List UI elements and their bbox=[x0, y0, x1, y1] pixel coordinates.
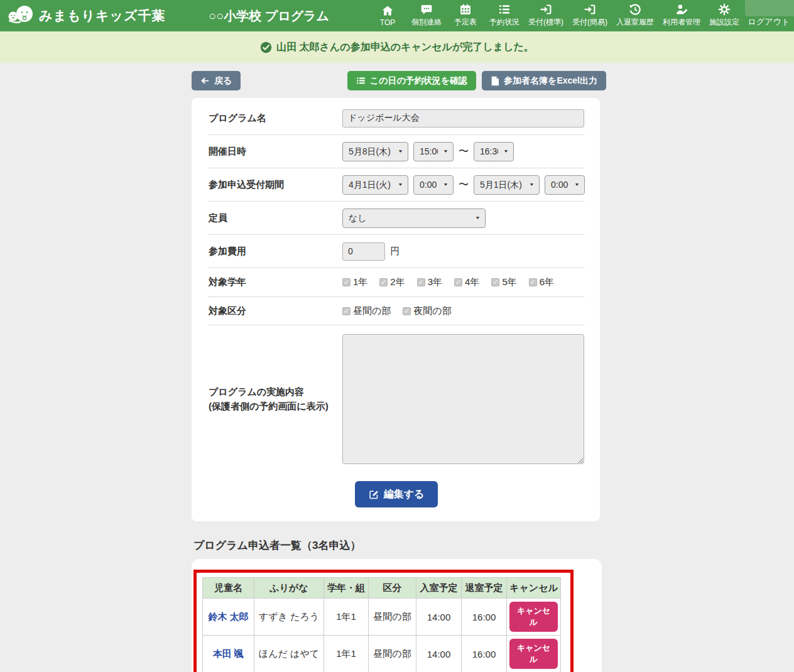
fee-input[interactable] bbox=[342, 242, 385, 261]
arrow-left-icon bbox=[200, 76, 210, 85]
schedule-label: 開催日時 bbox=[209, 144, 342, 159]
description-textarea[interactable] bbox=[342, 334, 584, 464]
back-button[interactable]: 戻る bbox=[192, 71, 241, 90]
nav-item-schedule[interactable]: 予定表 bbox=[446, 1, 485, 30]
grade-option-2: 2年 bbox=[379, 276, 405, 288]
nav-label: 受付(標準) bbox=[528, 17, 563, 28]
form-row-schedule: 開催日時 5月8日(木) 15:00 〜 16:30 bbox=[209, 135, 584, 168]
nav-label: 入退室履歴 bbox=[616, 17, 654, 28]
nav-item-reservation-status[interactable]: 予約状況 bbox=[485, 1, 524, 30]
nav-item-reception-standard[interactable]: 受付(標準) bbox=[524, 1, 568, 30]
form-row-fee: 参加費用 円 bbox=[209, 235, 584, 268]
toolbar-right-group: この日の予約状況を確認 参加者名簿をExcel出力 bbox=[347, 71, 606, 90]
edit-button[interactable]: 編集する bbox=[355, 481, 438, 507]
page-title: ○○小学校 プログラム bbox=[209, 8, 329, 24]
grade-option-label: 6年 bbox=[540, 276, 554, 288]
edit-pencil-icon bbox=[369, 489, 379, 500]
grade-option-label: 2年 bbox=[390, 276, 405, 288]
child-name-link[interactable]: 鈴木 太郎 bbox=[208, 611, 248, 622]
nav-item-reception-simple[interactable]: 受付(簡易) bbox=[568, 1, 612, 30]
nav-label: 個別連絡 bbox=[411, 17, 442, 28]
category-cell: 昼間の部 bbox=[369, 636, 416, 672]
category-option-night: 夜間の部 bbox=[403, 305, 451, 317]
grade-option-3: 3年 bbox=[417, 276, 442, 288]
brand-logo[interactable]: みまもりキッズ千葉 bbox=[0, 4, 201, 28]
period-start-time-select[interactable]: 0:00 bbox=[413, 175, 454, 195]
capacity-select[interactable]: なし bbox=[342, 209, 486, 228]
comment-icon bbox=[420, 3, 433, 16]
furigana-cell: すずき たろう bbox=[254, 599, 324, 636]
category-cell: 昼間の部 bbox=[369, 599, 416, 636]
program-name-input[interactable] bbox=[342, 109, 584, 127]
checkbox-checked-icon[interactable] bbox=[529, 278, 537, 286]
brand-name: みまもりキッズ千葉 bbox=[39, 7, 165, 24]
grade-option-6: 6年 bbox=[529, 276, 554, 288]
period-end-time-select[interactable]: 0:00 bbox=[545, 175, 585, 195]
cancel-button[interactable]: キャンセル bbox=[509, 639, 558, 669]
grade-option-label: 4年 bbox=[465, 276, 479, 288]
grade-option-label: 1年 bbox=[353, 276, 367, 288]
back-button-label: 戻る bbox=[214, 75, 232, 87]
table-row: 鈴木 太郎 すずき たろう 1年1 昼間の部 14:00 16:00 キャンセル bbox=[203, 599, 561, 636]
red-highlight-box: 児童名 ふりがな 学年・組 区分 入室予定 退室予定 キャンセル 鈴木 太郎 す… bbox=[193, 570, 574, 672]
grade-option-label: 3年 bbox=[428, 276, 442, 288]
cancel-button[interactable]: キャンセル bbox=[509, 602, 558, 632]
table-row: 本田 颯 ほんだ はやて 1年1 昼間の部 14:00 16:00 キャンセル bbox=[203, 636, 561, 672]
nav-item-individual-contact[interactable]: 個別連絡 bbox=[407, 1, 446, 30]
description-label: プログラムの実施内容 (保護者側の予約画面に表示) bbox=[209, 385, 342, 413]
excel-export-label: 参加者名簿をExcel出力 bbox=[504, 75, 597, 87]
checkbox-checked-icon[interactable] bbox=[417, 278, 425, 286]
list-icon bbox=[356, 76, 366, 85]
schedule-end-time-select[interactable]: 16:30 bbox=[474, 142, 514, 161]
excel-export-button[interactable]: 参加者名簿をExcel出力 bbox=[482, 71, 606, 90]
exit-time-cell: 16:00 bbox=[462, 636, 507, 672]
period-end-date-select[interactable]: 5月1日(木) bbox=[474, 175, 540, 195]
col-header-child-name: 児童名 bbox=[203, 578, 254, 599]
application-period-label: 参加申込受付期間 bbox=[209, 178, 342, 192]
file-icon bbox=[491, 76, 499, 86]
checkbox-checked-icon[interactable] bbox=[342, 307, 351, 315]
nav-item-user-management[interactable]: 利用者管理 bbox=[658, 1, 705, 30]
nav-item-top[interactable]: TOP bbox=[368, 3, 407, 30]
exit-time-cell: 16:00 bbox=[462, 599, 507, 636]
nav-item-facility-settings[interactable]: 施設設定 bbox=[705, 1, 744, 30]
nav-label: 予定表 bbox=[454, 17, 477, 28]
checkbox-checked-icon[interactable] bbox=[454, 278, 462, 286]
checkbox-checked-icon[interactable] bbox=[379, 278, 388, 286]
furigana-cell: ほんだ はやて bbox=[254, 636, 324, 672]
form-row-target-grades: 対象学年 1年 2年 3年 4年 5年 6年 bbox=[209, 268, 584, 297]
program-detail-card: プログラム名 開催日時 5月8日(木) 15:00 〜 16:30 参加申込受付… bbox=[192, 98, 600, 521]
mascot-icon bbox=[6, 4, 35, 28]
table-header-row: 児童名 ふりがな 学年・組 区分 入室予定 退室予定 キャンセル bbox=[203, 578, 561, 599]
category-option-day: 昼間の部 bbox=[342, 305, 391, 317]
category-option-label: 昼間の部 bbox=[353, 305, 391, 317]
form-row-program-name: プログラム名 bbox=[209, 102, 584, 135]
checkbox-checked-icon[interactable] bbox=[403, 307, 411, 315]
schedule-date-select[interactable]: 5月8日(木) bbox=[342, 142, 408, 161]
check-circle-icon bbox=[260, 41, 272, 53]
calendar-icon bbox=[459, 3, 472, 16]
form-row-capacity: 定員 なし bbox=[209, 202, 584, 235]
grade-option-1: 1年 bbox=[342, 276, 367, 288]
target-grades-label: 対象学年 bbox=[209, 275, 342, 290]
col-header-entry: 入室予定 bbox=[416, 578, 462, 599]
logout-button[interactable]: ログアウト bbox=[744, 0, 794, 31]
schedule-start-time-select[interactable]: 15:00 bbox=[413, 142, 454, 161]
nav-item-entry-exit-history[interactable]: 入退室履歴 bbox=[612, 1, 658, 30]
main-nav: TOP 個別連絡 予定表 予約状況 bbox=[368, 1, 744, 30]
checkbox-checked-icon[interactable] bbox=[491, 278, 499, 286]
col-header-furigana: ふりがな bbox=[254, 578, 324, 599]
child-name-link[interactable]: 本田 颯 bbox=[213, 648, 244, 659]
history-icon bbox=[628, 3, 642, 16]
grade-option-5: 5年 bbox=[491, 276, 516, 288]
period-start-date-select[interactable]: 4月1日(火) bbox=[342, 175, 408, 195]
applicants-heading: プログラム申込者一覧（3名申込） bbox=[193, 538, 794, 553]
entry-time-cell: 14:00 bbox=[416, 636, 462, 672]
col-header-category: 区分 bbox=[369, 578, 416, 599]
fee-unit: 円 bbox=[390, 246, 400, 257]
col-header-grade: 学年・組 bbox=[324, 578, 369, 599]
checkbox-checked-icon[interactable] bbox=[342, 278, 351, 286]
signin-simple-icon bbox=[583, 3, 597, 16]
col-header-exit: 退室予定 bbox=[462, 578, 507, 599]
confirm-reservations-button[interactable]: この日の予約状況を確認 bbox=[347, 71, 476, 90]
